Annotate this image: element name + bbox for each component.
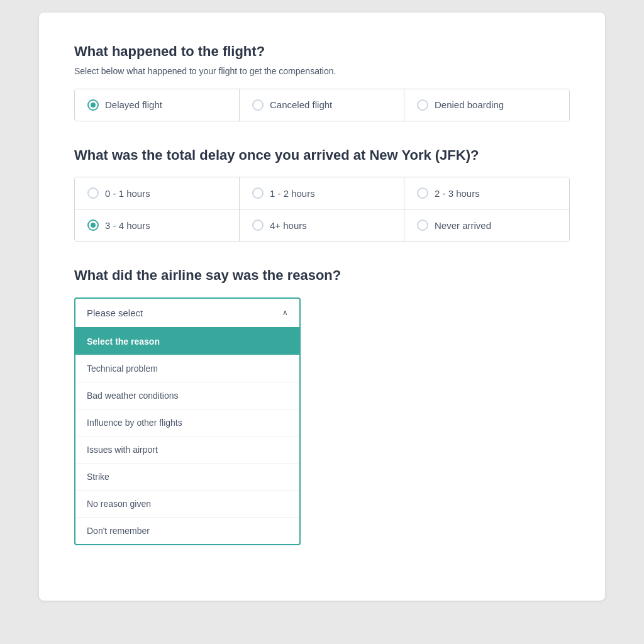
reason-dropdown-menu: Select the reason Technical problem Bad … bbox=[74, 328, 301, 545]
dropdown-item-strike[interactable]: Strike bbox=[75, 464, 299, 491]
airline-reason-title: What did the airline say was the reason? bbox=[74, 267, 570, 285]
dropdown-item-airport[interactable]: Issues with airport bbox=[75, 436, 299, 464]
option-4plus-label: 4+ hours bbox=[270, 220, 307, 231]
flight-happened-section: What happened to the flight? Select belo… bbox=[74, 43, 570, 121]
radio-delayed bbox=[87, 99, 99, 111]
radio-1-2 bbox=[252, 187, 264, 199]
radio-canceled bbox=[252, 99, 264, 111]
option-never-arrived[interactable]: Never arrived bbox=[404, 209, 569, 241]
option-0-1-label: 0 - 1 hours bbox=[105, 188, 150, 199]
dropdown-item-dont-remember[interactable]: Don't remember bbox=[75, 518, 299, 544]
flight-happened-title: What happened to the flight? bbox=[74, 43, 570, 61]
dropdown-item-other-flights[interactable]: Influence by other flights bbox=[75, 409, 299, 436]
option-2-3-hours[interactable]: 2 - 3 hours bbox=[404, 177, 569, 209]
option-delayed-label: Delayed flight bbox=[105, 99, 162, 110]
option-canceled-label: Canceled flight bbox=[270, 99, 332, 110]
option-1-2-label: 1 - 2 hours bbox=[270, 188, 315, 199]
flight-happened-subtitle: Select below what happened to your fligh… bbox=[74, 66, 570, 76]
option-3-4-label: 3 - 4 hours bbox=[105, 220, 150, 231]
option-canceled-flight[interactable]: Canceled flight bbox=[240, 89, 404, 121]
option-0-1-hours[interactable]: 0 - 1 hours bbox=[75, 177, 240, 209]
radio-3-4 bbox=[87, 219, 99, 231]
dropdown-item-no-reason[interactable]: No reason given bbox=[75, 491, 299, 518]
flight-happened-options: Delayed flight Canceled flight Denied bo… bbox=[74, 89, 570, 121]
dropdown-item-technical[interactable]: Technical problem bbox=[75, 355, 299, 382]
radio-0-1 bbox=[87, 187, 99, 199]
option-delayed-flight[interactable]: Delayed flight bbox=[75, 89, 240, 121]
option-3-4-hours[interactable]: 3 - 4 hours bbox=[75, 209, 240, 241]
reason-dropdown-container: Please select ∧ Select the reason Techni… bbox=[74, 297, 301, 545]
main-card: What happened to the flight? Select belo… bbox=[39, 13, 605, 601]
dropdown-item-select-reason[interactable]: Select the reason bbox=[75, 328, 299, 355]
reason-dropdown-trigger[interactable]: Please select ∧ bbox=[74, 297, 301, 328]
option-2-3-label: 2 - 3 hours bbox=[435, 188, 480, 199]
airline-reason-section: What did the airline say was the reason?… bbox=[74, 267, 570, 545]
option-4plus-hours[interactable]: 4+ hours bbox=[240, 209, 404, 241]
chevron-up-icon: ∧ bbox=[282, 308, 288, 317]
total-delay-options: 0 - 1 hours 1 - 2 hours 2 - 3 hours 3 - … bbox=[74, 177, 570, 242]
dropdown-item-weather[interactable]: Bad weather conditions bbox=[75, 382, 299, 409]
dropdown-placeholder: Please select bbox=[87, 308, 143, 318]
radio-denied bbox=[417, 99, 428, 111]
option-1-2-hours[interactable]: 1 - 2 hours bbox=[240, 177, 404, 209]
option-denied-label: Denied boarding bbox=[435, 99, 504, 110]
total-delay-section: What was the total delay once you arrive… bbox=[74, 147, 570, 242]
radio-4plus bbox=[252, 219, 264, 231]
total-delay-title: What was the total delay once you arrive… bbox=[74, 147, 570, 165]
option-never-label: Never arrived bbox=[435, 220, 491, 231]
option-denied-boarding[interactable]: Denied boarding bbox=[404, 89, 569, 121]
radio-2-3 bbox=[417, 187, 428, 199]
radio-never bbox=[417, 219, 428, 231]
